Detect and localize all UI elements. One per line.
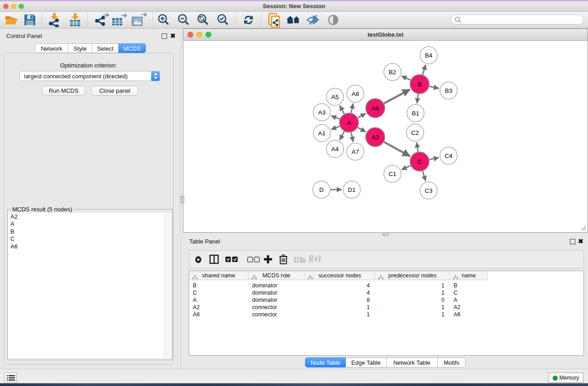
tab-network-table[interactable]: Network Table	[387, 357, 438, 367]
close-frame-button[interactable]	[187, 32, 193, 38]
cell-1-2[interactable]: 4	[305, 289, 370, 296]
cell-4-4[interactable]: A6	[454, 311, 488, 318]
tab-mcds[interactable]: MCDS	[119, 43, 146, 53]
tab-node-table[interactable]: Node Table	[305, 357, 346, 367]
cell-2-4[interactable]: A	[454, 296, 488, 304]
edge-B-B4[interactable]	[423, 65, 426, 75]
cell-2-1[interactable]: dominator	[252, 296, 305, 304]
cell-3-4[interactable]: A2	[454, 304, 488, 311]
edge-C-C4[interactable]	[430, 157, 439, 159]
hide-selected-icon[interactable]	[306, 14, 320, 27]
cell-1-1[interactable]: dominator	[252, 289, 305, 296]
open-session-icon[interactable]	[4, 13, 18, 29]
edge-C-C1[interactable]	[402, 166, 411, 170]
export-network-icon[interactable]	[93, 13, 110, 29]
zoom-window-button[interactable]	[19, 4, 24, 9]
resize-grip-icon[interactable]	[579, 224, 587, 231]
add-row-icon[interactable]	[263, 254, 273, 266]
float-panel-icon[interactable]	[162, 33, 167, 39]
cell-1-0[interactable]: C	[193, 289, 249, 296]
cell-4-2[interactable]: 1	[305, 311, 370, 318]
edge-A-A8[interactable]	[351, 103, 354, 113]
mcds-result-item[interactable]: C	[10, 235, 18, 243]
cell-3-0[interactable]: A2	[193, 304, 249, 311]
import-network-icon[interactable]	[47, 13, 62, 29]
cell-4-0[interactable]: A6	[193, 311, 249, 318]
edge-B-B3[interactable]	[429, 86, 439, 89]
network-canvas[interactable]: B4B2BB3A5A8A6B1A3AC2A1A2A4A7C4CC1C3DD1	[183, 41, 588, 233]
cell-3-2[interactable]: 1	[305, 304, 370, 311]
cell-0-2[interactable]: 4	[305, 282, 370, 289]
cell-1-3[interactable]: 1	[375, 289, 445, 296]
column-header-MCDS-role[interactable]: MCDS role	[249, 271, 305, 280]
column-header-shared-name[interactable]: shared name	[189, 271, 249, 280]
zoom-selected-icon[interactable]	[217, 14, 229, 28]
mcds-result-item[interactable]: B	[10, 228, 18, 235]
float-panel-icon[interactable]	[570, 239, 575, 244]
deselect-all-icon[interactable]	[247, 256, 260, 264]
delete-row-icon[interactable]	[278, 254, 288, 266]
task-history-button[interactable]	[4, 372, 17, 382]
close-panel-button[interactable]: Close panel	[91, 86, 138, 95]
edge-A6-B[interactable]	[384, 89, 410, 103]
mcds-result-list[interactable]: A2ABCA6	[8, 213, 171, 358]
edge-A-A4[interactable]	[339, 131, 344, 140]
scrollbar-track[interactable]	[164, 213, 171, 358]
column-header-successor-nodes[interactable]: successor nodes	[305, 271, 375, 280]
zoom-out-icon[interactable]	[177, 14, 190, 28]
edge-B-B1[interactable]	[417, 94, 418, 103]
columns-icon[interactable]	[209, 254, 220, 266]
close-window-button[interactable]	[3, 4, 9, 9]
cell-2-0[interactable]: A	[193, 296, 249, 304]
tab-motifs[interactable]: Motifs	[438, 357, 466, 367]
export-image-icon[interactable]	[130, 13, 147, 29]
close-panel-icon[interactable]: ✖	[578, 238, 583, 245]
tab-network[interactable]: Network	[35, 43, 68, 53]
edge-B-B2[interactable]	[402, 76, 411, 80]
mcds-result-item[interactable]: A2	[10, 213, 18, 220]
column-header-name[interactable]: name	[450, 271, 488, 280]
save-session-icon[interactable]	[23, 13, 37, 29]
network-window-titlebar[interactable]: testGlobe.txt	[183, 29, 588, 41]
show-all-icon[interactable]	[327, 14, 339, 27]
cell-2-2[interactable]: 8	[305, 296, 370, 304]
edge-A2-C[interactable]	[384, 142, 410, 157]
edge-A-A6[interactable]	[358, 114, 366, 118]
cell-4-1[interactable]: connector	[252, 311, 305, 318]
column-header-predecessor-nodes[interactable]: predecessor nodes	[375, 271, 450, 280]
edge-A-A5[interactable]	[340, 105, 344, 114]
cell-2-3[interactable]: 0	[375, 296, 445, 304]
cell-0-0[interactable]: B	[193, 282, 249, 289]
memory-button[interactable]: Memory	[548, 372, 583, 383]
cell-3-1[interactable]: connector	[252, 304, 305, 311]
refresh-icon[interactable]	[242, 14, 255, 28]
run-mcds-button[interactable]: Run MCDS	[42, 86, 85, 95]
zoom-fit-icon[interactable]	[197, 14, 210, 28]
tab-edge-table[interactable]: Edge Table	[346, 357, 387, 367]
edge-C-C2[interactable]	[416, 143, 418, 152]
cell-1-4[interactable]: C	[454, 289, 488, 296]
edge-C-C3[interactable]	[423, 171, 426, 181]
edge-A-A3[interactable]	[331, 116, 340, 119]
select-all-icon[interactable]	[225, 256, 238, 264]
export-table-icon[interactable]	[110, 13, 127, 29]
home-icon[interactable]	[286, 14, 301, 27]
cell-0-1[interactable]: dominator	[252, 282, 305, 289]
minimize-frame-button[interactable]	[196, 32, 202, 38]
tab-select[interactable]: Select	[92, 43, 119, 53]
cell-3-3[interactable]: 1	[375, 304, 445, 311]
delete-table-icon[interactable]	[293, 256, 307, 265]
zoom-in-icon[interactable]	[158, 14, 170, 28]
gear-icon[interactable]	[193, 254, 203, 266]
optimization-criterion-select[interactable]: largest connected component (directed)	[19, 71, 160, 81]
select-stepper-icon[interactable]	[151, 71, 160, 81]
minimize-window-button[interactable]	[11, 4, 16, 9]
search-input[interactable]	[450, 14, 584, 24]
edge-A-A7[interactable]	[351, 132, 354, 142]
maximize-frame-button[interactable]	[206, 32, 211, 38]
vertical-scroll-thumb[interactable]	[180, 196, 184, 203]
close-panel-icon[interactable]: ✖	[170, 32, 176, 39]
import-table-icon[interactable]	[68, 13, 83, 29]
mcds-result-item[interactable]: A6	[10, 243, 18, 250]
tab-style[interactable]: Style	[68, 43, 92, 53]
